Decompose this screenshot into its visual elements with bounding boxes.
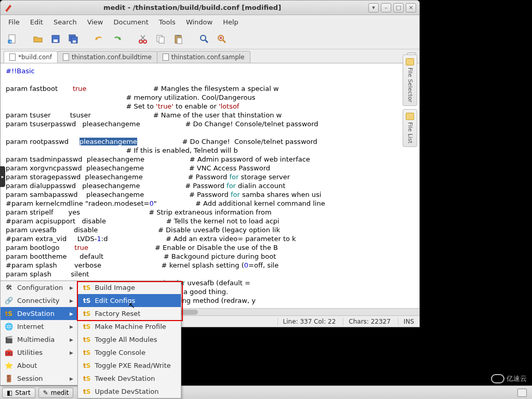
svg-rect-11 xyxy=(159,37,164,43)
submenu-toggle-pxe[interactable]: tSToggle PXE Read/Write xyxy=(78,359,181,372)
save-button[interactable] xyxy=(48,32,63,46)
submenu-toggle-all-modules[interactable]: tSToggle All Modules xyxy=(78,333,181,346)
svg-rect-14 xyxy=(177,38,182,44)
menu-view[interactable]: View xyxy=(83,17,108,28)
svg-rect-4 xyxy=(54,39,58,42)
ts-icon: tS xyxy=(83,388,90,395)
file-selector-tab[interactable]: File Selector xyxy=(403,55,417,106)
close-button[interactable]: × xyxy=(406,3,416,12)
ts-icon: tS xyxy=(83,310,90,317)
svg-point-9 xyxy=(143,40,147,43)
startmenu-devstation[interactable]: tSDevStation▶ xyxy=(1,307,77,320)
menu-window[interactable]: Window xyxy=(181,17,217,28)
submenu-arrow-icon: ▶ xyxy=(70,337,73,342)
submenu-arrow-icon: ▶ xyxy=(70,376,73,381)
save-all-button[interactable] xyxy=(66,32,81,46)
cloud-icon xyxy=(491,374,504,383)
document-icon xyxy=(9,54,16,61)
find-replace-button[interactable] xyxy=(215,32,229,46)
svg-point-8 xyxy=(139,40,142,43)
menu-search[interactable]: Search xyxy=(49,17,82,28)
new-file-button[interactable]: + xyxy=(5,32,19,46)
maximize-button[interactable]: □ xyxy=(393,3,404,12)
startmenu-multimedia[interactable]: 🎬Multimedia▶ xyxy=(1,333,77,346)
tab-buildconf[interactable]: *build.conf xyxy=(4,51,58,63)
ts-icon: tS xyxy=(5,310,13,318)
globe-icon: 🌐 xyxy=(5,323,13,331)
submenu-toggle-console[interactable]: tSToggle Console xyxy=(78,346,181,359)
status-chars: Chars: 22327 xyxy=(343,318,391,325)
file-list-tab[interactable]: File List xyxy=(403,109,417,147)
wrench-icon: 🛠 xyxy=(5,284,13,292)
devstation-submenu: tSBuild Image tSEdit Configs tSFactory R… xyxy=(77,281,181,398)
startmenu-internet[interactable]: 🌐Internet▶ xyxy=(1,320,77,333)
folder-icon xyxy=(406,58,414,65)
find-button[interactable] xyxy=(197,32,211,46)
ts-icon: tS xyxy=(83,349,90,356)
editor-area: #!!Basic param fastboot true # Mangles t… xyxy=(1,63,419,315)
startmenu-session[interactable]: 🚪Session▶ xyxy=(1,372,77,385)
tab-label: thinstation.conf.sample xyxy=(171,54,245,61)
ts-icon: tS xyxy=(83,375,90,382)
submenu-update-devstation[interactable]: tSUpdate DevStation xyxy=(78,385,181,398)
tab-buildtime[interactable]: thinstation.conf.buildtime xyxy=(57,51,157,63)
submenu-arrow-icon: ▶ xyxy=(70,285,73,290)
menu-edit[interactable]: Edit xyxy=(25,17,48,28)
startmenu-connectivity[interactable]: 🔗Connectivity▶ xyxy=(1,294,77,307)
document-icon xyxy=(163,54,169,61)
tab-bar: *build.conf thinstation.conf.buildtime t… xyxy=(1,49,419,63)
window-controls: ▾ – □ × xyxy=(368,3,416,12)
star-icon: ⭐ xyxy=(5,362,13,370)
app-icon xyxy=(4,3,13,12)
submenu-make-machine-profile[interactable]: tSMake Machine Profile xyxy=(78,320,181,333)
copy-button[interactable] xyxy=(153,32,168,46)
link-icon: 🔗 xyxy=(5,297,13,305)
document-icon xyxy=(63,54,69,61)
svg-rect-13 xyxy=(177,35,180,36)
startmenu-about[interactable]: ⭐About xyxy=(1,359,77,372)
tab-sample[interactable]: thinstation.conf.sample xyxy=(157,51,250,63)
task-medit[interactable]: ✎medit xyxy=(38,388,74,398)
ts-icon: tS xyxy=(83,284,90,291)
editor-window: medit - /thinstation/build/build.conf [m… xyxy=(0,0,420,327)
menu-tools[interactable]: Tools xyxy=(154,17,180,28)
exit-icon: 🚪 xyxy=(5,375,13,383)
submenu-build-image[interactable]: tSBuild Image xyxy=(78,281,181,294)
app-icon: ✎ xyxy=(43,389,48,396)
right-panel: File Selector File List xyxy=(403,55,417,147)
submenu-edit-configs[interactable]: tSEdit Configs xyxy=(78,294,181,307)
startmenu-utilities[interactable]: 🧰Utilities▶ xyxy=(1,346,77,359)
tab-label: *build.conf xyxy=(18,54,52,61)
submenu-tweek-devstation[interactable]: tSTweek DevStation xyxy=(78,372,181,385)
folder-icon xyxy=(406,113,414,120)
window-title: medit - /thinstation/build/build.conf [m… xyxy=(16,4,368,11)
cut-button[interactable] xyxy=(136,32,150,46)
tray-icon[interactable] xyxy=(517,389,527,397)
submenu-arrow-icon: ▶ xyxy=(70,311,73,316)
dropdown-button[interactable]: ▾ xyxy=(368,3,379,12)
submenu-factory-reset[interactable]: tSFactory Reset xyxy=(78,307,181,320)
startmenu-configuration[interactable]: 🛠Configuration▶ xyxy=(1,281,77,294)
undo-button[interactable] xyxy=(92,32,107,46)
side-panel-handle[interactable]: ▸ xyxy=(0,166,5,187)
svg-text:+: + xyxy=(9,39,12,44)
status-mode: INS xyxy=(398,318,414,325)
submenu-arrow-icon: ▶ xyxy=(70,350,73,355)
menu-file[interactable]: File xyxy=(4,17,24,28)
menu-help[interactable]: Help xyxy=(218,17,243,28)
start-icon: ◧ xyxy=(7,389,12,396)
open-button[interactable] xyxy=(31,32,45,46)
ts-icon: tS xyxy=(83,297,90,304)
menu-document[interactable]: Document xyxy=(109,17,153,28)
status-position: Line: 337 Col: 22 xyxy=(277,318,336,325)
menubar: File Edit Search View Document Tools Win… xyxy=(1,15,419,29)
start-button[interactable]: ◧Start xyxy=(2,388,35,398)
ts-icon: tS xyxy=(83,336,90,343)
submenu-arrow-icon: ▶ xyxy=(70,298,73,303)
paste-button[interactable] xyxy=(171,32,185,46)
start-menu: 🛠Configuration▶ 🔗Connectivity▶ tSDevStat… xyxy=(0,281,78,385)
minimize-button[interactable]: – xyxy=(381,3,391,12)
code-editor[interactable]: #!!Basic param fastboot true # Mangles t… xyxy=(1,63,419,315)
redo-button[interactable] xyxy=(110,32,124,46)
titlebar[interactable]: medit - /thinstation/build/build.conf [m… xyxy=(1,1,419,15)
